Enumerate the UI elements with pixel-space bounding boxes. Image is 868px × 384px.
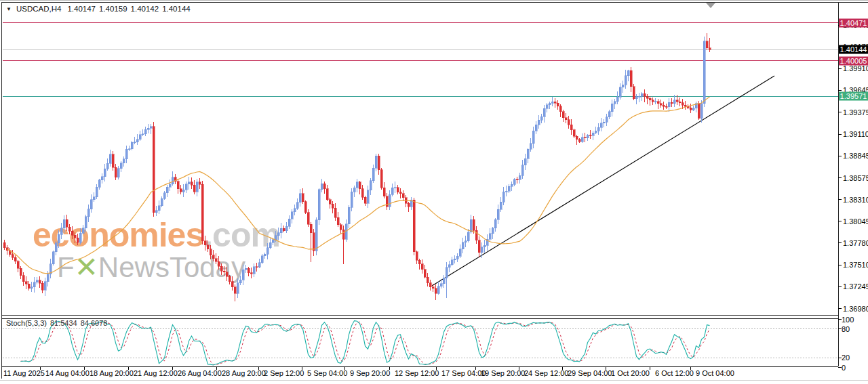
time-axis-label: 29 Sep 04:00 (568, 369, 612, 377)
time-axis-label: 6 Oct 12:00 (655, 369, 694, 377)
time-axis-label: 21 Aug 12:00 (134, 369, 178, 377)
price-axis-label: 1.36980 (843, 305, 868, 313)
candles-layer (3, 33, 711, 301)
stoch-axis-label: 100 (842, 316, 854, 324)
stochastic-lines (3, 321, 838, 365)
price-axis-label: 1.39910 (843, 64, 868, 72)
price-axis-label: 1.39375 (843, 108, 868, 116)
stoch-main-line (21, 321, 710, 365)
quote-close: 1.40144 (162, 5, 191, 13)
time-axis-label: 17 Sep 04:00 (441, 369, 486, 377)
time-axis-label: 28 Aug 20:00 (222, 369, 266, 377)
price-axis-label: 1.38045 (843, 217, 868, 226)
chart-shift-marker-icon[interactable] (706, 3, 715, 8)
price-badge-support: 1.39571 (839, 92, 868, 101)
quote-open: 1.40147 (67, 5, 96, 13)
price-badge-resistance: 1.40005 (839, 56, 868, 65)
symbol-timeframe: USDCAD,H4 (16, 5, 61, 13)
price-axis-label: 1.39110 (843, 130, 868, 138)
price-badge-current-price: 1.40144 (839, 45, 868, 54)
time-axis-label: 19 Sep 20:00 (481, 369, 525, 377)
time-axis-label: 9 Sep 20:00 (350, 369, 390, 377)
price-axis-label: 1.37245 (843, 282, 868, 291)
window-frame (0, 1, 868, 381)
price-axis-label: 1.38575 (843, 174, 868, 182)
time-axis-label: 26 Aug 04:00 (178, 369, 222, 377)
axis-ticks (41, 25, 842, 370)
time-axis-label: 1 Oct 20:00 (611, 369, 650, 377)
time-axis-label: 12 Sep 12:00 (395, 369, 439, 377)
time-axis-label: 11 Aug 2025 (3, 369, 45, 377)
stoch-axis-label: 80 (842, 325, 850, 333)
stoch-signal-value: 84.6078 (81, 319, 108, 327)
price-axis-label: 1.37510 (843, 261, 868, 269)
mt4-chart-window: economies.com F✕NewsToday ▼USDCAD,H41.40… (0, 0, 868, 384)
time-axis-label: 24 Sep 12:00 (524, 369, 568, 377)
trendline[interactable] (432, 76, 774, 286)
price-axis-label: 1.38310 (843, 196, 868, 204)
stoch-main-value: 81.5434 (50, 319, 77, 327)
horizontal-levels[interactable] (3, 23, 838, 97)
time-axis-label: 9 Oct 04:00 (696, 369, 734, 377)
chart-title: ▼USDCAD,H41.401471.401591.401421.40144 (6, 5, 194, 13)
price-axis-label: 1.37780 (843, 239, 868, 247)
price-badge-resistance: 1.40471 (839, 18, 868, 27)
time-axis-label: 14 Aug 04:00 (45, 369, 90, 377)
moving-average-line (7, 97, 710, 274)
symbol-dropdown-icon[interactable]: ▼ (6, 6, 12, 12)
time-axis-label: 2 Sep 12:00 (264, 369, 304, 377)
time-axis-label: 18 Aug 20:00 (90, 369, 134, 377)
chart-canvas[interactable] (0, 0, 868, 384)
quote-high: 1.40159 (99, 5, 127, 13)
price-axis-label: 1.38845 (843, 152, 868, 160)
time-axis-label: 5 Sep 04:00 (307, 369, 347, 377)
stoch-axis-label: 0 (842, 364, 846, 372)
stoch-name: Stoch(5,3,3) (6, 319, 47, 327)
stoch-axis-label: 20 (842, 354, 850, 362)
quote-low: 1.40142 (131, 5, 159, 13)
stoch-indicator-label: Stoch(5,3,3)81.543484.6078 (6, 319, 107, 327)
